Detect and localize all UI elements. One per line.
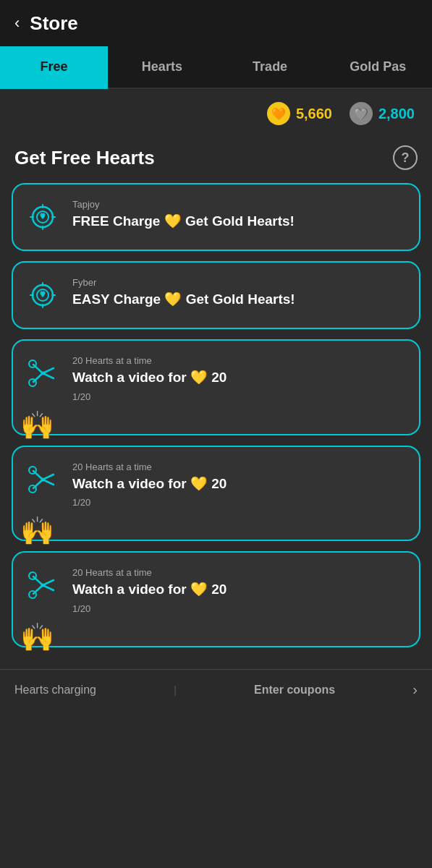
- gold-hearts-balance: 🧡 5,660: [267, 102, 332, 125]
- bottom-hint-left: Hearts charging: [14, 684, 96, 697]
- silver-heart-icon: 🩶: [350, 102, 373, 125]
- svg-point-30: [41, 584, 45, 587]
- video2-icon: [25, 461, 61, 498]
- tapjoy-provider: Tapjoy: [72, 199, 405, 210]
- chevron-right-icon: ›: [412, 681, 418, 698]
- tabs-bar: Free Hearts Trade Gold Pas: [0, 46, 432, 89]
- video3-provider: 20 Hearts at a time: [72, 567, 405, 578]
- back-button[interactable]: ‹: [14, 14, 20, 33]
- tab-gold-pass[interactable]: Gold Pas: [324, 46, 432, 88]
- page-title: Store: [30, 12, 77, 35]
- video2-title: Watch a video for 💛 20: [72, 475, 405, 493]
- tapjoy-content: Tapjoy FREE Charge 💛 Get Gold Hearts!: [72, 199, 405, 231]
- header: ‹ Store: [0, 0, 432, 46]
- video-card-3[interactable]: 20 Hearts at a time Watch a video for 💛 …: [12, 551, 420, 647]
- silver-amount: 2,800: [378, 106, 415, 122]
- gold-heart-icon: 🧡: [267, 102, 290, 125]
- fyber-content: Fyber EASY Charge 💛 Get Gold Hearts!: [72, 277, 405, 309]
- fyber-card[interactable]: Fyber EASY Charge 💛 Get Gold Hearts!: [12, 261, 420, 329]
- balance-bar: 🧡 5,660 🩶 2,800: [0, 89, 432, 138]
- svg-point-24: [29, 467, 36, 474]
- tapjoy-card[interactable]: Tapjoy FREE Charge 💛 Get Gold Hearts!: [12, 183, 420, 251]
- video-card-1[interactable]: 20 Hearts at a time Watch a video for 💛 …: [12, 339, 420, 435]
- gold-amount: 5,660: [296, 106, 332, 122]
- svg-point-32: [29, 591, 36, 598]
- svg-point-18: [29, 379, 36, 386]
- help-button[interactable]: ?: [393, 145, 418, 170]
- svg-point-25: [29, 485, 36, 493]
- hands-emoji-3: 🙌: [20, 621, 54, 653]
- svg-point-17: [29, 360, 36, 367]
- tab-trade[interactable]: Trade: [216, 46, 324, 88]
- tab-hearts[interactable]: Hearts: [108, 46, 216, 88]
- tapjoy-title: FREE Charge 💛 Get Gold Hearts!: [72, 213, 405, 231]
- fyber-title: EASY Charge 💛 Get Gold Hearts!: [72, 291, 405, 309]
- svg-point-16: [41, 372, 45, 375]
- svg-point-23: [41, 477, 45, 481]
- bottom-hint-right: Enter coupons: [254, 684, 335, 697]
- svg-point-31: [29, 572, 36, 579]
- section-title: Get Free Hearts: [14, 147, 155, 169]
- fyber-icon: [25, 277, 61, 313]
- video3-content: 20 Hearts at a time Watch a video for 💛 …: [72, 567, 405, 614]
- section-header: Get Free Hearts ?: [0, 138, 432, 183]
- fyber-provider: Fyber: [72, 277, 405, 288]
- video3-title: Watch a video for 💛 20: [72, 581, 405, 599]
- silver-hearts-balance: 🩶 2,800: [350, 102, 415, 125]
- video3-icon: [25, 567, 61, 603]
- tapjoy-icon: [25, 199, 61, 235]
- video1-content: 20 Hearts at a time Watch a video for 💛 …: [72, 355, 405, 402]
- video3-progress: 1/20: [72, 603, 405, 614]
- tab-free[interactable]: Free: [0, 46, 108, 88]
- hands-emoji-1: 🙌: [20, 409, 54, 441]
- video1-progress: 1/20: [72, 391, 405, 402]
- hands-emoji-2: 🙌: [20, 515, 54, 547]
- video1-provider: 20 Hearts at a time: [72, 355, 405, 366]
- video-card-2[interactable]: 20 Hearts at a time Watch a video for 💛 …: [12, 446, 420, 542]
- bottom-hint-divider: |: [174, 684, 177, 696]
- bottom-hint-bar[interactable]: Hearts charging | Enter coupons ›: [0, 669, 432, 710]
- video1-icon: [25, 355, 61, 391]
- video2-progress: 1/20: [72, 497, 405, 508]
- cards-list: Tapjoy FREE Charge 💛 Get Gold Hearts! Fy…: [0, 183, 432, 647]
- video1-title: Watch a video for 💛 20: [72, 369, 405, 387]
- video2-content: 20 Hearts at a time Watch a video for 💛 …: [72, 461, 405, 509]
- video2-provider: 20 Hearts at a time: [72, 461, 405, 472]
